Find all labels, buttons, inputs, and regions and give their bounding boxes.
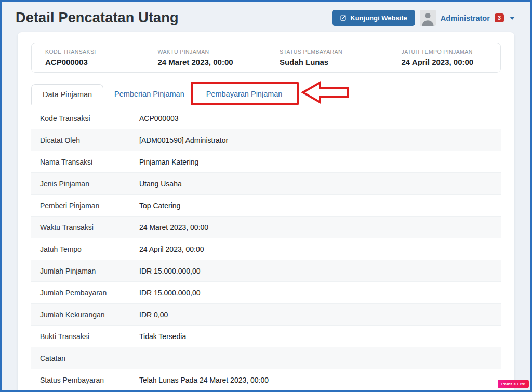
tab-label: Pembayaran Pinjaman bbox=[206, 90, 283, 98]
row-label: Catatan bbox=[40, 354, 139, 362]
summary-item-value: 24 Maret 2023, 00:00 bbox=[157, 58, 261, 66]
chevron-down-icon[interactable] bbox=[510, 17, 515, 20]
summary-item: STATUS PEMBAYARAN Sudah Lunas bbox=[266, 49, 388, 66]
summary-item-value: Sudah Lunas bbox=[280, 58, 383, 66]
summary-item-label: STATUS PEMBAYARAN bbox=[280, 49, 383, 55]
detail-card: KODE TRANSAKSI ACP000003 WAKTU PINJAMAN … bbox=[18, 32, 514, 392]
table-row: Jumlah Pinjaman IDR 15.000.000,00 bbox=[31, 260, 501, 282]
summary-item-label: KODE TRANSAKSI bbox=[45, 49, 139, 55]
row-label: Kode Transaksi bbox=[40, 114, 139, 123]
visit-website-button[interactable]: Kunjungi Website bbox=[332, 10, 415, 26]
tab[interactable]: Data Pinjaman bbox=[31, 84, 103, 105]
table-row: Dicatat Oleh [ADM001590] Administrator bbox=[31, 129, 501, 151]
annotation-arrow-left-icon bbox=[301, 81, 349, 106]
table-row: Catatan bbox=[31, 347, 501, 369]
row-value: IDR 15.000.000,00 bbox=[139, 289, 201, 297]
summary-item-value: 24 April 2023, 00:00 bbox=[402, 58, 495, 66]
table-row: Status Pembayaran Telah Lunas Pada 24 Ma… bbox=[31, 369, 501, 391]
user-menu-label[interactable]: Administrator bbox=[441, 14, 490, 22]
table-row: Kode Transaksi ACP000003 bbox=[31, 107, 501, 129]
row-value: IDR 15.000.000,00 bbox=[139, 267, 201, 275]
summary-item-label: JATUH TEMPO PINJAMAN bbox=[402, 49, 495, 55]
header: Detail Pencatatan Utang Kunjungi Website… bbox=[2, 2, 530, 26]
row-value: Tidak Tersedia bbox=[139, 332, 186, 341]
row-label: Pemberi Pinjaman bbox=[40, 201, 139, 210]
page: { "page": { "title": "Detail Pencatatan … bbox=[0, 0, 532, 392]
table-row: Pemberi Pinjaman Top Catering bbox=[31, 195, 501, 217]
summary-item: WAKTU PINJAMAN 24 Maret 2023, 00:00 bbox=[144, 49, 266, 66]
table-row: Nama Transaksi Pinjaman Katering bbox=[31, 151, 501, 173]
table-row: Jenis Pinjaman Utang Usaha bbox=[31, 173, 501, 195]
tab-label: Pemberian Pinjaman bbox=[114, 90, 184, 98]
row-value: 24 Maret 2023, 00:00 bbox=[139, 223, 208, 232]
row-label: Nama Transaksi bbox=[40, 158, 139, 166]
row-label: Bukti Transaksi bbox=[40, 332, 139, 341]
summary-item: JATUH TEMPO PINJAMAN 24 April 2023, 00:0… bbox=[388, 49, 500, 66]
visit-website-label: Kunjungi Website bbox=[350, 14, 407, 22]
detail-table: Kode Transaksi ACP000003 Dicatat Oleh [A… bbox=[31, 107, 501, 391]
row-label: Jumlah Pembayaran bbox=[40, 289, 139, 297]
row-value: Telah Lunas Pada 24 Maret 2023, 00:00 bbox=[139, 376, 269, 384]
page-title: Detail Pencatatan Utang bbox=[16, 10, 179, 26]
row-label: Jatuh Tempo bbox=[40, 245, 139, 253]
table-row: Jumlah Pembayaran IDR 15.000.000,00 bbox=[31, 282, 501, 304]
row-label: Jumlah Kekurangan bbox=[40, 310, 139, 319]
tab[interactable]: Pembayaran Pinjaman bbox=[195, 84, 294, 105]
row-label: Jenis Pinjaman bbox=[40, 180, 139, 188]
row-value: Pinjaman Katering bbox=[139, 158, 198, 166]
summary-item-label: WAKTU PINJAMAN bbox=[157, 49, 261, 55]
header-actions: Kunjungi Website Administrator 3 bbox=[332, 10, 515, 26]
row-label: Jumlah Pinjaman bbox=[40, 267, 139, 275]
row-value: Utang Usaha bbox=[139, 180, 182, 188]
table-row: Jatuh Tempo 24 April 2023, 00:00 bbox=[31, 238, 501, 260]
tab-bar: Data Pinjaman Pemberian Pinjaman Pembaya… bbox=[31, 81, 501, 107]
external-link-icon bbox=[340, 15, 347, 21]
row-value: IDR 0,00 bbox=[139, 310, 168, 319]
tab[interactable]: Pemberian Pinjaman bbox=[103, 84, 195, 105]
table-row: Bukti Transaksi Tidak Tersedia bbox=[31, 326, 501, 347]
row-value: 24 April 2023, 00:00 bbox=[139, 245, 204, 253]
notification-badge: 3 bbox=[495, 13, 504, 22]
row-value: Top Catering bbox=[139, 201, 180, 210]
table-row: Jumlah Kekurangan IDR 0,00 bbox=[31, 304, 501, 326]
summary-item: KODE TRANSAKSI ACP000003 bbox=[32, 49, 144, 66]
summary-item-value: ACP000003 bbox=[45, 58, 139, 66]
row-label: Status Pembayaran bbox=[40, 376, 139, 384]
row-value: [ADM001590] Administrator bbox=[139, 136, 228, 144]
avatar[interactable] bbox=[420, 10, 436, 26]
tab-list: Data Pinjaman Pemberian Pinjaman Pembaya… bbox=[31, 84, 293, 104]
row-label: Waktu Transaksi bbox=[40, 223, 139, 232]
table-row: Waktu Transaksi 24 Maret 2023, 00:00 bbox=[31, 217, 501, 238]
summary-bar: KODE TRANSAKSI ACP000003 WAKTU PINJAMAN … bbox=[31, 43, 501, 73]
row-label: Dicatat Oleh bbox=[40, 136, 139, 144]
watermark: Paint X Lite bbox=[498, 380, 529, 388]
tab-label: Data Pinjaman bbox=[43, 90, 92, 99]
row-value: ACP000003 bbox=[139, 114, 179, 123]
